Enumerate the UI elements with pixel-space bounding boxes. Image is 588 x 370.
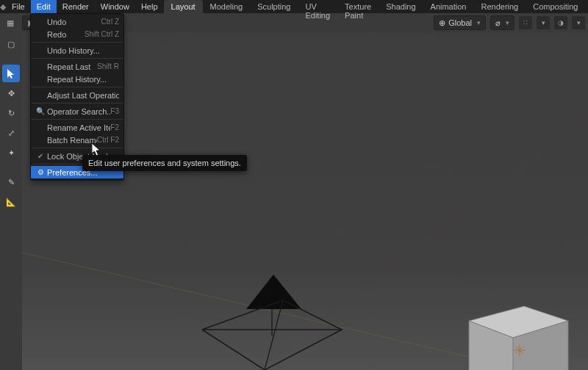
menu-render[interactable]: Render: [57, 0, 95, 13]
menu-separator: [31, 87, 123, 87]
tool-move[interactable]: ✥: [2, 84, 20, 102]
left-toolbar: ▢ ✥ ↻ ⤢ ✦ ✎ 📐: [0, 32, 22, 370]
menu-item-repeat-history[interactable]: Repeat History...: [31, 73, 123, 85]
magnet-icon: ⌀: [495, 18, 501, 28]
workspace-tab-layout[interactable]: Layout: [164, 0, 203, 13]
tool-rotate[interactable]: ↻: [2, 104, 20, 122]
workspace-tab-uvediting[interactable]: UV Editing: [298, 0, 337, 13]
workspace-tab-shading[interactable]: Shading: [379, 0, 423, 13]
menu-item-repeat-last[interactable]: Repeat LastShift R: [31, 60, 123, 73]
menu-item-shortcut: F3: [110, 107, 119, 115]
svg-marker-0: [7, 69, 14, 79]
app-logo-icon: ◆: [0, 0, 6, 13]
menu-item-label: Undo History...: [46, 46, 119, 55]
tool-cursor[interactable]: [2, 65, 20, 82]
menu-separator: [31, 119, 123, 120]
header-button-3[interactable]: ◑: [554, 16, 567, 29]
workspace-tab-texturepaint[interactable]: Texture Paint: [337, 0, 379, 13]
menu-separator: [31, 148, 123, 148]
menu-item-label: Operator Search...: [46, 107, 110, 116]
gear-icon: ⚙: [35, 168, 46, 176]
orientation-label: Global: [448, 18, 472, 27]
menu-item-label: Rename Active Item...: [46, 123, 110, 132]
menu-item-shortcut: Ctrl Z: [101, 18, 119, 26]
search-icon: 🔍: [35, 107, 46, 115]
menu-item-adjust-last-operation[interactable]: Adjust Last Operation...: [31, 89, 123, 101]
menu-item-rename-active-item[interactable]: Rename Active Item...F2: [31, 121, 123, 134]
header-button-2[interactable]: ▾: [537, 16, 550, 29]
preferences-tooltip: Edit user preferences and system setting…: [82, 155, 247, 171]
tool-measure[interactable]: 📐: [2, 193, 20, 211]
menu-item-operator-search[interactable]: 🔍Operator Search...F3: [31, 105, 123, 117]
workspace-tab-animation[interactable]: Animation: [423, 0, 474, 13]
menu-window[interactable]: Window: [95, 0, 135, 13]
tool-annotate[interactable]: ✎: [2, 173, 20, 191]
tool-tweak[interactable]: ▢: [2, 35, 20, 53]
check-icon: ✔: [35, 152, 46, 160]
menu-item-label: Repeat History...: [46, 75, 119, 84]
menu-item-undo-history[interactable]: Undo History...: [31, 44, 123, 57]
workspace-tab-modeling[interactable]: Modeling: [203, 0, 251, 13]
menu-item-batch-rename[interactable]: Batch Rename...Ctrl F2: [31, 134, 123, 146]
camera-object[interactable]: [195, 271, 364, 370]
menu-item-redo[interactable]: RedoShift Ctrl Z: [31, 28, 123, 40]
cube-object[interactable]: [454, 280, 576, 370]
menu-edit[interactable]: Edit: [31, 0, 57, 13]
tool-scale[interactable]: ⤢: [2, 124, 20, 142]
menu-item-undo[interactable]: UndoCtrl Z: [31, 15, 123, 28]
menu-file[interactable]: File: [6, 0, 31, 13]
workspace-tab-rendering[interactable]: Rendering: [473, 0, 526, 13]
svg-line-6: [265, 300, 283, 370]
orientation-selector[interactable]: ⊕ Global: [434, 15, 486, 30]
tool-transform[interactable]: ✦: [2, 144, 20, 162]
svg-line-3: [132, 32, 588, 238]
menu-separator: [31, 58, 123, 59]
menu-separator: [31, 42, 123, 43]
menu-item-shortcut: Shift R: [97, 62, 119, 70]
snap-selector[interactable]: ⌀: [490, 15, 514, 30]
menu-item-label: Redo: [46, 30, 85, 39]
menu-item-label: Repeat Last: [46, 62, 97, 71]
menu-separator: [31, 103, 123, 104]
header-button-4[interactable]: ▾: [572, 16, 585, 29]
menu-help[interactable]: Help: [135, 0, 164, 13]
svg-marker-23: [92, 143, 100, 156]
workspace-tab-scripting[interactable]: Scripting: [585, 0, 588, 13]
globe-icon: ⊕: [439, 18, 445, 28]
menu-item-shortcut: Shift Ctrl Z: [85, 30, 119, 38]
workspace-tab-compositing[interactable]: Compositing: [526, 0, 585, 13]
header-button-1[interactable]: ∷: [519, 16, 532, 29]
workspace-tab-sculpting[interactable]: Sculpting: [250, 0, 298, 13]
menu-item-label: Adjust Last Operation...: [46, 91, 119, 100]
menu-item-label: Batch Rename...: [46, 136, 97, 145]
mouse-cursor-icon: [92, 143, 101, 156]
menu-item-label: Undo: [46, 18, 101, 26]
editor-type-icon[interactable]: ▦: [3, 15, 18, 30]
top-menubar: ◆ File Edit Render Window Help Layout Mo…: [0, 0, 588, 13]
menu-item-shortcut: F2: [110, 123, 119, 131]
